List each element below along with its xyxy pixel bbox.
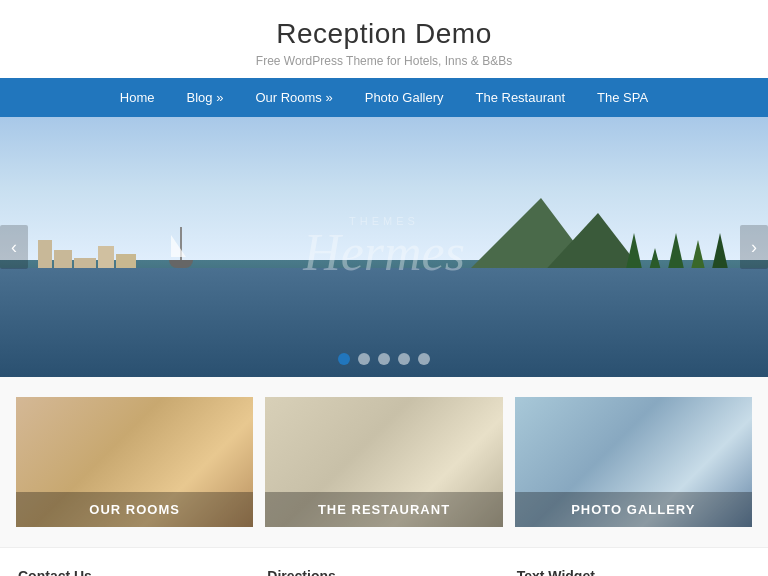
- feature-restaurant-label: THE RESTAURANT: [265, 492, 502, 527]
- nav-rooms[interactable]: Our Rooms »: [239, 78, 348, 117]
- feature-our-rooms[interactable]: OUR ROOMS: [16, 397, 253, 527]
- site-tagline: Free WordPress Theme for Hotels, Inns & …: [10, 54, 758, 68]
- slider-dot-2[interactable]: [358, 353, 370, 365]
- site-header: Reception Demo Free WordPress Theme for …: [0, 0, 768, 78]
- feature-restaurant[interactable]: THE RESTAURANT: [265, 397, 502, 527]
- site-title: Reception Demo: [10, 18, 758, 50]
- feature-row: OUR ROOMS THE RESTAURANT PHOTO GALLERY: [0, 377, 768, 547]
- widget-directions: Directions: [259, 568, 508, 576]
- hero-image: THEMES Hermes: [0, 117, 768, 377]
- feature-rooms-label: OUR ROOMS: [16, 492, 253, 527]
- boat-hull: [169, 260, 193, 268]
- boat: [169, 227, 193, 268]
- slider-dots: [338, 353, 430, 365]
- slider-dot-3[interactable]: [378, 353, 390, 365]
- boat-sail: [171, 235, 186, 257]
- feature-gallery-label: PHOTO GALLERY: [515, 492, 752, 527]
- feature-gallery[interactable]: PHOTO GALLERY: [515, 397, 752, 527]
- slider-dot-5[interactable]: [418, 353, 430, 365]
- widget-contact-title: Contact Us: [18, 568, 251, 576]
- hero-slider: THEMES Hermes ‹ ›: [0, 117, 768, 377]
- slider-dot-1[interactable]: [338, 353, 350, 365]
- widget-directions-title: Directions: [267, 568, 500, 576]
- nav-blog[interactable]: Blog »: [171, 78, 240, 117]
- nav-restaurant[interactable]: The Restaurant: [459, 78, 581, 117]
- nav-gallery[interactable]: Photo Gallery: [349, 78, 460, 117]
- slider-prev-arrow[interactable]: ‹: [0, 225, 28, 269]
- main-nav: Home Blog » Our Rooms » Photo Gallery Th…: [0, 78, 768, 117]
- footer-widgets: Contact Us Demo Name Hotel, Location Dir…: [0, 547, 768, 576]
- hero-scene: THEMES Hermes: [0, 117, 768, 377]
- chevron-right-icon: ›: [751, 237, 757, 258]
- slider-next-arrow[interactable]: ›: [740, 225, 768, 269]
- widget-contact: Contact Us Demo Name Hotel, Location: [10, 568, 259, 576]
- chevron-left-icon: ‹: [11, 237, 17, 258]
- nav-home[interactable]: Home: [104, 78, 171, 117]
- widget-text-title: Text Widget: [517, 568, 750, 576]
- widget-text: Text Widget Donec quam felis, ultricies …: [509, 568, 758, 576]
- slider-dot-4[interactable]: [398, 353, 410, 365]
- nav-spa[interactable]: The SPA: [581, 78, 664, 117]
- page-wrapper: Reception Demo Free WordPress Theme for …: [0, 0, 768, 576]
